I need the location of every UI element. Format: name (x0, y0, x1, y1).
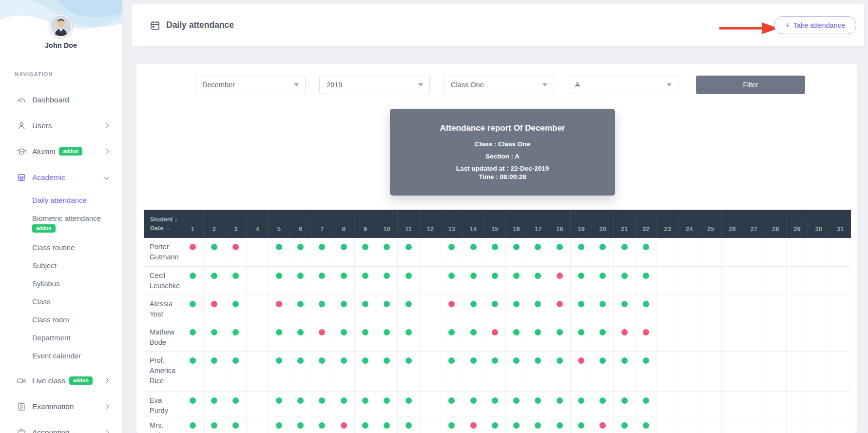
attendance-cell (289, 351, 311, 391)
submenu-item-class-room[interactable]: Class room (0, 311, 122, 329)
examination-icon (17, 402, 26, 412)
present-dot (232, 357, 239, 364)
present-dot (190, 422, 196, 429)
section-select[interactable]: A (568, 76, 678, 94)
take-attendance-button[interactable]: + Take attendance (774, 16, 856, 34)
sidebar: John Doe NAVIGATION DashboardUsersAlumni… (0, 0, 122, 433)
present-dot (297, 273, 304, 279)
present-dot (621, 301, 628, 307)
day-column-header: 1 (182, 210, 203, 238)
sidebar-item-live-class[interactable]: Live classaddon (0, 368, 122, 394)
attendance-cell (786, 295, 808, 323)
day-column-header: 30 (808, 210, 829, 238)
submenu-item-department[interactable]: Department (0, 329, 122, 347)
attendance-cell (635, 391, 656, 416)
absent-dot (211, 301, 217, 307)
attendance-cell (527, 238, 549, 266)
submenu-item-label: Class (32, 297, 108, 306)
attendance-cell (376, 266, 398, 295)
attendance-cell (527, 391, 549, 416)
present-dot (513, 329, 520, 335)
corner-date-label: Date → (150, 224, 182, 233)
year-select[interactable]: 2019 (319, 76, 430, 94)
attendance-cell (203, 295, 225, 323)
attendance-cell (182, 238, 203, 266)
attendance-cell (203, 266, 225, 295)
report-time: Time : 08:09:28 (390, 173, 615, 180)
submenu-item-class-routine[interactable]: Class routine (0, 238, 122, 256)
attendance-cell (743, 323, 765, 351)
class-select[interactable]: Class One (444, 76, 554, 94)
attendance-cell (808, 416, 829, 433)
sidebar-item-examination[interactable]: Examination (0, 394, 122, 419)
attendance-cell (657, 391, 678, 416)
addon-badge: addon (59, 147, 82, 156)
present-dot (297, 357, 304, 364)
sidebar-item-label: Examination (32, 402, 74, 411)
attendance-cell (570, 323, 592, 351)
day-column-header: 11 (398, 210, 419, 238)
day-column-header: 10 (376, 210, 398, 238)
present-dot (643, 273, 649, 279)
page-title: Daily attendance (166, 20, 234, 30)
attendance-cell (657, 323, 678, 351)
submenu-item-subject[interactable]: Subject (0, 256, 122, 275)
attendance-cell (635, 295, 656, 323)
day-column-header: 18 (549, 210, 570, 238)
submenu-item-event-calender[interactable]: Event calender (0, 347, 122, 365)
attendance-cell (549, 238, 570, 266)
chevron-right-icon (104, 404, 109, 409)
present-dot (190, 329, 196, 335)
attendance-cell (635, 416, 656, 433)
attendance-cell (268, 391, 289, 416)
submenu-item-class[interactable]: Class (0, 293, 122, 311)
attendance-cell (311, 351, 333, 391)
month-select[interactable]: December (195, 76, 306, 94)
sidebar-item-alumni[interactable]: Alumniaddon (0, 138, 122, 164)
student-name: Alessia Yost (144, 295, 182, 323)
attendance-cell (743, 416, 765, 433)
attendance-cell (311, 323, 333, 351)
attendance-cell (657, 351, 678, 391)
chevron-down-icon (104, 175, 109, 180)
present-dot (513, 244, 520, 250)
day-column-header: 26 (721, 210, 743, 238)
day-column-header: 6 (289, 210, 311, 238)
attendance-cell (463, 416, 484, 433)
absent-dot (276, 301, 282, 307)
attendance-cell (635, 266, 656, 295)
year-select-wrap: 2019 (319, 76, 430, 94)
sidebar-item-dashboard[interactable]: Dashboard (0, 87, 122, 113)
attendance-cell (398, 323, 419, 351)
attendance-cell (570, 295, 592, 323)
sidebar-item-academic[interactable]: Academic (0, 164, 122, 190)
sidebar-item-accounting[interactable]: Accounting (0, 419, 122, 433)
filter-button[interactable]: Filter (696, 76, 805, 94)
submenu-item-daily-attendance[interactable]: Daily attendance (0, 191, 122, 209)
attendance-cell (354, 323, 376, 351)
attendance-cell (808, 295, 829, 323)
plus-icon: + (785, 21, 790, 29)
present-dot (405, 329, 412, 335)
attendance-cell (182, 351, 203, 391)
attendance-cell (786, 391, 808, 416)
day-column-header: 31 (829, 210, 851, 238)
attendance-cell (463, 323, 484, 351)
attendance-cell (549, 266, 570, 295)
present-dot (405, 397, 412, 404)
submenu-item-label: Event calender (32, 352, 108, 360)
attendance-cell (592, 416, 614, 433)
report-class: Class : Class One (390, 140, 615, 148)
liveclass-icon (17, 376, 26, 386)
submenu-item-biometric-attendance[interactable]: Biometric attendanceaddon (0, 209, 122, 238)
present-dot (492, 422, 498, 429)
sidebar-item-users[interactable]: Users (0, 113, 122, 138)
present-dot (513, 422, 520, 429)
attendance-cell (765, 266, 786, 295)
present-dot (405, 301, 412, 307)
present-dot (535, 301, 541, 307)
day-column-header: 25 (700, 210, 721, 238)
attendance-cell (721, 238, 743, 266)
attendance-cell (765, 391, 786, 416)
submenu-item-syllabus[interactable]: Syllabus (0, 275, 122, 293)
